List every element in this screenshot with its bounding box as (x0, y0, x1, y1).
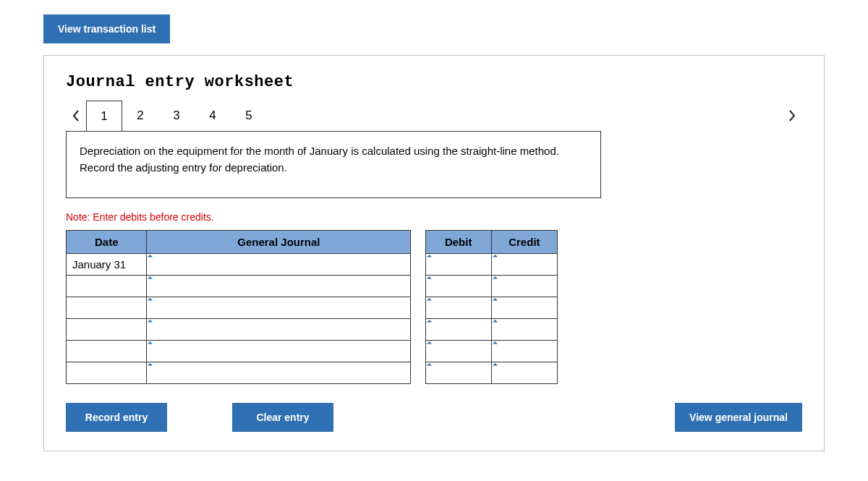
debit-cell[interactable] (425, 362, 491, 384)
gap (411, 319, 425, 341)
action-row: Record entry Clear entry View general jo… (66, 403, 802, 432)
table-header-row: Date General Journal Debit Credit (67, 231, 558, 254)
credit-cell[interactable] (491, 362, 557, 384)
date-cell[interactable] (67, 276, 147, 297)
header-credit: Credit (491, 231, 557, 254)
general-journal-cell[interactable] (147, 362, 411, 384)
gap (411, 276, 425, 297)
table-row (67, 362, 558, 384)
worksheet-title: Journal entry worksheet (66, 73, 802, 91)
view-transaction-list-button[interactable]: View transaction list (43, 14, 170, 43)
table-row (67, 276, 558, 297)
note-text: Note: Enter debits before credits. (66, 211, 802, 223)
header-date: Date (67, 231, 147, 254)
date-cell[interactable] (67, 319, 147, 341)
date-cell[interactable] (67, 362, 147, 384)
next-arrow[interactable] (782, 106, 802, 126)
tab-5[interactable]: 5 (231, 101, 267, 131)
tab-row: 1 2 3 4 5 (66, 100, 802, 132)
debit-cell[interactable] (425, 276, 491, 297)
journal-table: Date General Journal Debit Credit Januar… (66, 230, 558, 384)
table-row: January 31 (67, 254, 558, 276)
gap (411, 341, 425, 362)
general-journal-cell[interactable] (147, 341, 411, 362)
credit-cell[interactable] (491, 341, 557, 362)
gap (411, 254, 425, 276)
tab-2[interactable]: 2 (122, 101, 158, 131)
debit-cell[interactable] (425, 319, 491, 341)
header-general-journal: General Journal (147, 231, 411, 254)
table-row (67, 341, 558, 362)
journal-entry-worksheet: Journal entry worksheet 1 2 3 4 5 Deprec… (43, 55, 825, 451)
table-row (67, 319, 558, 341)
credit-cell[interactable] (491, 254, 557, 276)
date-cell[interactable] (67, 341, 147, 362)
general-journal-cell[interactable] (147, 254, 411, 276)
credit-cell[interactable] (491, 297, 557, 319)
general-journal-cell[interactable] (147, 319, 411, 341)
header-debit: Debit (425, 231, 491, 254)
debit-cell[interactable] (425, 341, 491, 362)
gap (411, 297, 425, 319)
table-row (67, 297, 558, 319)
tab-1[interactable]: 1 (86, 101, 122, 131)
clear-entry-button[interactable]: Clear entry (232, 403, 333, 432)
debit-cell[interactable] (425, 297, 491, 319)
prev-arrow[interactable] (66, 106, 86, 126)
view-general-journal-button[interactable]: View general journal (675, 403, 802, 432)
instruction-box: Depreciation on the equipment for the mo… (66, 131, 601, 198)
debit-cell[interactable] (425, 254, 491, 276)
tab-4[interactable]: 4 (195, 101, 231, 131)
gap (411, 231, 425, 254)
date-cell[interactable] (67, 297, 147, 319)
tab-3[interactable]: 3 (158, 101, 195, 131)
record-entry-button[interactable]: Record entry (66, 403, 167, 432)
gap (411, 362, 425, 384)
credit-cell[interactable] (491, 319, 557, 341)
general-journal-cell[interactable] (147, 297, 411, 319)
general-journal-cell[interactable] (147, 276, 411, 297)
date-cell[interactable]: January 31 (67, 254, 147, 276)
credit-cell[interactable] (491, 276, 557, 297)
